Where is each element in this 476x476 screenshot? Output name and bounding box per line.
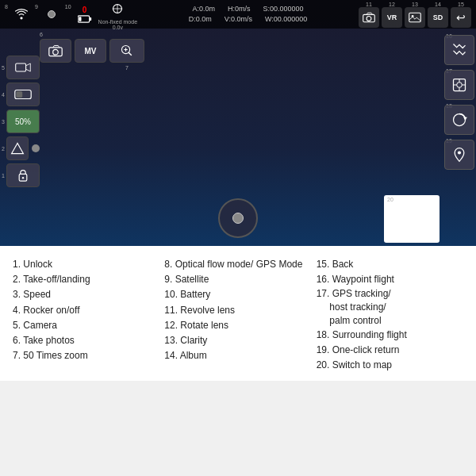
mode-label-group: Non-fixed mode 0.0v — [98, 0, 137, 30]
record-icon[interactable] — [41, 4, 62, 25]
waypoint-button[interactable] — [444, 35, 474, 65]
legend-item-15: 15. Back — [317, 257, 463, 272]
legend-num-15: 15. — [317, 259, 332, 270]
one-click-return-button[interactable] — [444, 140, 474, 170]
legend-num-18: 18. — [317, 329, 332, 340]
svg-point-27 — [458, 151, 461, 154]
legend-item-7: 7. 50 Times zoom — [13, 348, 159, 363]
num-2: 2 — [2, 146, 5, 152]
legend-item-13: 13. Clarity — [164, 333, 311, 348]
num-1: 1 — [2, 173, 5, 178]
svg-rect-15 — [16, 91, 22, 98]
vr-label: VR — [387, 13, 397, 21]
sd-label: SD — [433, 13, 443, 21]
svg-marker-16 — [11, 143, 23, 153]
take-photos-button[interactable] — [40, 39, 71, 63]
back-icon[interactable]: ↩ — [451, 7, 471, 28]
item-14-group: 14 SD — [428, 2, 448, 28]
stat-v: V:0.0m/s — [225, 14, 252, 25]
stat-h: H:0m/s — [228, 4, 251, 14]
legend-item-4: 4. Rocker on/off — [13, 303, 159, 318]
drone-camera-view: 8 9 10 0 Non-fixed mode 0.0v — [0, 0, 476, 246]
item-1-row: 1 — [2, 163, 40, 187]
gps-tracking-button[interactable] — [444, 70, 474, 100]
svg-point-5 — [367, 16, 371, 21]
num-8-label: 8 — [5, 4, 8, 10]
legend-num-8: 8. — [164, 259, 175, 270]
speed-label: 50% — [15, 117, 31, 126]
takeoff-button[interactable] — [6, 136, 29, 160]
num-7: 7 — [125, 65, 129, 71]
num-9-label: 9 — [35, 4, 38, 10]
legend-item-1: 1. Unlock — [13, 257, 159, 272]
joystick-dot — [232, 213, 244, 224]
battery-icon[interactable]: 0 — [75, 4, 95, 25]
num-14: 14 — [435, 2, 441, 7]
item-19-group: 19 — [444, 140, 473, 170]
zoom-button[interactable] — [109, 39, 144, 63]
legend-num-4: 4. — [13, 305, 23, 316]
legend-item-16: 16. Waypoint flight — [317, 272, 463, 287]
legend-num-11: 11. — [164, 305, 180, 316]
right-controls: 16 17 18 19 — [441, 32, 476, 173]
right-icon-group: 11 12 VR 13 14 SD — [359, 2, 471, 28]
stat-a: A:0.0m — [192, 4, 215, 14]
mode-text: Non-fixed mode — [98, 19, 137, 25]
mini-map[interactable]: 20 — [384, 195, 440, 243]
svg-point-18 — [22, 177, 24, 178]
legend-num-1: 1. — [13, 259, 23, 270]
item-6-group: 6 — [40, 32, 71, 71]
wifi-icon[interactable] — [11, 4, 32, 25]
num-10-label: 10 — [65, 4, 71, 10]
item-5-row: 5 — [2, 56, 40, 79]
battery-value: 0 — [83, 6, 87, 14]
surrounding-button[interactable] — [444, 105, 474, 135]
item-11-group: 11 — [359, 2, 379, 28]
legend-col2: 8. Optical flow mode/ GPS Mode 9. Satell… — [164, 257, 311, 373]
svg-point-20 — [457, 83, 463, 88]
item-7-group: . 7 — [109, 32, 144, 71]
unlock-button[interactable] — [6, 163, 40, 187]
voltage-text: 0.0v — [113, 25, 123, 30]
speed-button[interactable]: 50% — [6, 109, 40, 133]
svg-rect-13 — [16, 63, 26, 71]
joystick[interactable] — [218, 198, 258, 238]
stats-row-2: D:0.0m V:0.0m/s W:00.000000 — [189, 14, 308, 25]
legend-num-20: 20. — [317, 359, 332, 370]
num-11: 11 — [366, 2, 372, 7]
camera-toggle-button[interactable] — [6, 56, 40, 79]
legend-num-14: 14. — [164, 350, 179, 361]
num-15: 15 — [458, 2, 464, 7]
left-controls: 5 4 3 50% 2 1 — [0, 32, 41, 189]
legend-item-18: 18. Surrounding flight — [317, 328, 463, 343]
mode-icon[interactable] — [107, 0, 128, 19]
legend-section: 1. Unlock 2. Take-off/landing 3. Speed 4… — [0, 246, 476, 381]
mv-button[interactable]: MV — [75, 39, 106, 63]
legend-num-16-l: 16. — [317, 274, 332, 285]
legend-num-19: 19. — [317, 344, 332, 355]
item-16-group: 16 — [444, 35, 473, 65]
legend-item-6: 6. Take photos — [13, 333, 159, 348]
top-left-buttons: 6 . MV . 7 — [40, 32, 144, 71]
item-9-satellite: 9 — [35, 4, 62, 25]
legend-num-17: 17. — [317, 288, 332, 299]
svg-rect-6 — [409, 13, 421, 22]
vr-icon[interactable]: VR — [382, 7, 402, 28]
image-icon[interactable] — [405, 7, 425, 28]
num-13: 13 — [412, 2, 418, 7]
sd-icon[interactable]: SD — [428, 7, 448, 28]
camera-icon[interactable] — [359, 7, 379, 28]
num-20: 20 — [387, 197, 393, 202]
legend-num-2: 2. — [13, 274, 23, 285]
legend-num-3: 3. — [13, 289, 23, 300]
legend-num-13: 13. — [164, 335, 180, 346]
legend-item-11: 11. Revolve lens — [164, 303, 311, 318]
legend-num-9: 9. — [164, 274, 175, 285]
legend-item-19: 19. One-click return — [317, 343, 463, 358]
rocker-button[interactable] — [6, 83, 40, 106]
legend-col1: 1. Unlock 2. Take-off/landing 3. Speed 4… — [13, 257, 159, 373]
legend-item-17: 17. GPS tracking/ host tracking/ palm co… — [317, 287, 463, 327]
legend-num-5: 5. — [13, 320, 23, 331]
item7-spacer: . — [126, 32, 128, 37]
item-15-group: 15 ↩ — [451, 2, 471, 28]
